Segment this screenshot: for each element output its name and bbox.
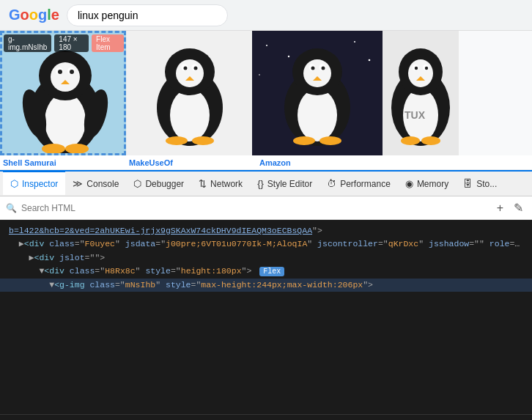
tab-storage[interactable]: 🗄 Sto... <box>456 172 504 196</box>
console-icon: ≫ <box>73 178 83 189</box>
tab-inspector-label: Inspector <box>22 179 58 189</box>
inspector-icon: ⬡ <box>10 178 18 189</box>
caption-row: Shell Samurai MakeUseOf Amazon <box>0 155 532 170</box>
debugger-icon: ⬡ <box>133 178 141 189</box>
google-logo: Google <box>9 7 59 23</box>
svg-point-24 <box>192 136 214 145</box>
svg-point-40 <box>293 136 315 145</box>
code-line-5: ▼<g-img class="mNsIhb" style="max-height… <box>0 279 532 292</box>
svg-text:TUX: TUX <box>404 109 426 121</box>
tab-inspector[interactable]: ⬡ Inspector <box>3 171 65 195</box>
svg-point-49 <box>415 67 418 70</box>
svg-point-9 <box>42 144 65 154</box>
add-node-button[interactable]: + <box>494 199 506 216</box>
caption-3-source: Amazon <box>256 158 333 167</box>
flex-badge: Flex <box>259 267 284 276</box>
storage-icon: 🗄 <box>463 178 473 189</box>
search-input[interactable] <box>78 10 217 21</box>
code-line-4: ▼<div class="H8Rx8c" style="height:180px… <box>0 265 532 278</box>
memory-icon: ◉ <box>405 178 413 189</box>
search-bar: Google <box>0 0 532 31</box>
tab-network[interactable]: ⇅ Network <box>191 172 250 196</box>
svg-point-32 <box>298 89 337 141</box>
tab-network-label: Network <box>210 179 243 189</box>
svg-point-50 <box>425 67 428 70</box>
tab-memory[interactable]: ◉ Memory <box>398 172 456 196</box>
svg-point-7 <box>70 70 74 74</box>
code-line-1: b=l422&hcb=2&ved=2ahUKEwi-jrjx9gSKAxW74c… <box>0 224 532 237</box>
svg-point-20 <box>184 67 188 70</box>
svg-point-10 <box>65 144 89 154</box>
tab-console[interactable]: ≫ Console <box>65 172 126 196</box>
svg-point-21 <box>194 67 198 70</box>
svg-point-52 <box>401 136 420 145</box>
tab-memory-label: Memory <box>417 179 448 189</box>
devtools-toolbar: ⬡ Inspector ≫ Console ⬡ Debugger ⇅ Netwo… <box>0 170 532 196</box>
pick-element-button[interactable]: ✎ <box>511 199 526 216</box>
svg-point-1 <box>45 93 86 149</box>
image-class-chip: g-img.mNsIhb <box>4 34 51 52</box>
tab-debugger-label: Debugger <box>145 179 184 189</box>
code-panel: b=l422&hcb=2&ved=2ahUKEwi-jrjx9gSKAxW74c… <box>0 220 532 414</box>
network-icon: ⇅ <box>199 178 207 189</box>
image-cell-3[interactable] <box>252 31 383 155</box>
search-html-actions: + ✎ <box>494 199 526 216</box>
code-line-3: ▶<div jslot=""> <box>0 251 532 265</box>
tab-style-editor-label: Style Editor <box>267 179 312 189</box>
image-cell-2[interactable] <box>126 31 252 155</box>
svg-point-38 <box>322 67 325 70</box>
svg-point-26 <box>266 45 267 46</box>
image-info-bar: g-img.mNsIhb 147 × 180 Flex Item <box>4 34 124 52</box>
penguin-image-3 <box>252 31 383 155</box>
caption-1-source: Shell Samurai <box>0 158 126 167</box>
svg-point-15 <box>170 89 210 141</box>
caption-2-source: MakeUseOf <box>126 158 256 167</box>
svg-point-3 <box>51 62 80 92</box>
penguin-image-4: TUX <box>383 31 459 155</box>
tab-performance[interactable]: ⏱ Performance <box>319 172 398 196</box>
penguin-image-2 <box>127 31 252 155</box>
svg-point-53 <box>421 136 440 145</box>
svg-point-17 <box>176 59 204 87</box>
svg-point-30 <box>259 74 260 75</box>
image-grid: g-img.mNsIhb 147 × 180 Flex Item <box>0 31 532 155</box>
search-html-icon: 🔍 <box>6 203 17 213</box>
svg-point-34 <box>303 59 331 87</box>
tab-console-label: Console <box>86 179 119 189</box>
search-html-input[interactable] <box>21 203 494 213</box>
tab-performance-label: Performance <box>340 179 391 189</box>
svg-point-27 <box>288 56 289 57</box>
svg-point-41 <box>319 136 341 145</box>
image-cell-4[interactable]: TUX <box>383 31 459 155</box>
performance-icon: ⏱ <box>327 178 336 189</box>
svg-point-23 <box>166 136 188 145</box>
svg-point-46 <box>408 59 433 87</box>
svg-point-37 <box>311 67 315 70</box>
svg-point-6 <box>58 70 62 74</box>
search-input-wrap[interactable] <box>67 4 228 26</box>
style-editor-icon: {} <box>257 178 264 189</box>
tab-debugger[interactable]: ⬡ Debugger <box>126 172 191 196</box>
status-bar: b=l4228hcb=2&ved=2ahUKEwi_IfiX9SKAxlAckD… <box>0 414 532 420</box>
tab-style-editor[interactable]: {} Style Editor <box>250 172 319 196</box>
search-html-bar: 🔍 + ✎ <box>0 196 532 220</box>
code-line-2: ▶<div class="F0uyec" jsdata="j00pre;6VT0… <box>0 237 532 251</box>
flex-item-chip: Flex Item <box>92 34 124 52</box>
image-size-chip: 147 × 180 <box>54 34 89 52</box>
svg-point-28 <box>354 41 355 43</box>
svg-point-29 <box>369 59 371 62</box>
image-cell-1[interactable]: g-img.mNsIhb 147 × 180 Flex Item <box>0 31 126 155</box>
code-link-1[interactable]: b=l422&hcb=2&ved=2ahUKEwi-jrjx9gSKAxW74c… <box>9 226 312 235</box>
tab-storage-label: Sto... <box>476 179 497 189</box>
